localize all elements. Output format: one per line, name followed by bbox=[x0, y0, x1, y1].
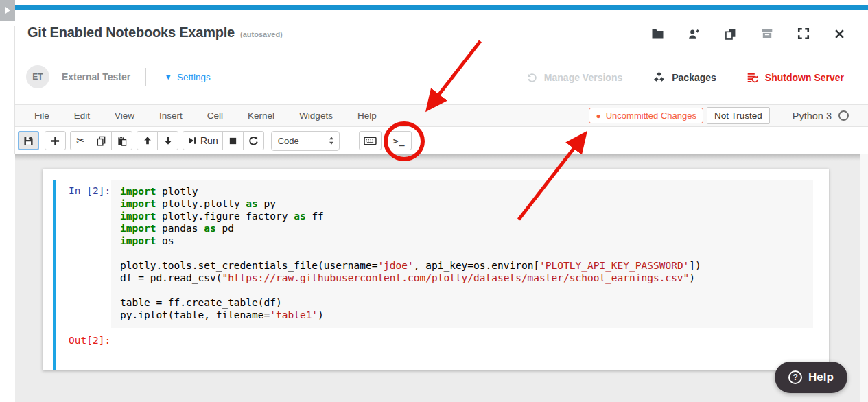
help-question-icon: ? bbox=[788, 370, 802, 384]
paste-button[interactable] bbox=[111, 131, 132, 150]
toolbar: ✂ Run bbox=[15, 128, 868, 154]
menu-help[interactable]: Help bbox=[357, 110, 377, 121]
uncommitted-changes-badge[interactable]: ● Uncommitted Changes bbox=[589, 108, 703, 123]
settings-label: Settings bbox=[177, 72, 211, 82]
cut-icon: ✂ bbox=[76, 134, 85, 147]
chevron-down-icon: ▼ bbox=[164, 73, 172, 81]
add-cell-button[interactable] bbox=[45, 131, 66, 150]
help-button[interactable]: ? Help bbox=[775, 362, 847, 393]
settings-dropdown[interactable]: ▼ Settings bbox=[164, 72, 211, 82]
output-prompt: Out[2]: bbox=[69, 335, 110, 346]
menu-items: File Edit View Insert Cell Kernel Widget… bbox=[34, 110, 377, 121]
menu-kernel[interactable]: Kernel bbox=[248, 110, 274, 121]
cut-button[interactable]: ✂ bbox=[70, 131, 91, 150]
code-line: import plotly bbox=[120, 185, 813, 198]
copy-icon bbox=[96, 136, 106, 146]
close-icon[interactable] bbox=[833, 27, 846, 40]
share-user-icon[interactable] bbox=[688, 27, 701, 40]
avatar: ET bbox=[26, 65, 49, 88]
top-accent-bar bbox=[15, 5, 868, 10]
toolbar-shadow bbox=[15, 154, 868, 161]
fullscreen-icon[interactable] bbox=[797, 27, 810, 40]
arrow-down-icon bbox=[163, 136, 173, 145]
menu-insert[interactable]: Insert bbox=[159, 110, 183, 121]
move-down-button[interactable] bbox=[157, 131, 178, 150]
terminal-button[interactable]: >_ bbox=[387, 131, 412, 150]
restart-kernel-button[interactable] bbox=[243, 131, 264, 150]
input-prompt: In [2]: bbox=[69, 185, 110, 196]
notebook-content: In [2]: import plotlyimport plotly.plotl… bbox=[15, 154, 868, 402]
notebook-title: Git Enabled Notebooks Example bbox=[27, 25, 235, 40]
packages-cubes-icon bbox=[653, 71, 666, 84]
keyboard-shortcuts-button[interactable] bbox=[359, 131, 382, 150]
autosaved-note: (autosaved) bbox=[240, 30, 283, 38]
notebook-window: Git Enabled Notebooks Example (autosaved… bbox=[0, 0, 868, 402]
run-button[interactable]: Run bbox=[183, 131, 223, 150]
help-label: Help bbox=[808, 370, 834, 384]
kernel-status-icon bbox=[838, 110, 849, 121]
plus-icon bbox=[51, 137, 60, 145]
stop-icon bbox=[228, 137, 237, 145]
title-row: Git Enabled Notebooks Example (autosaved… bbox=[27, 25, 283, 40]
code-line: import plotly.plotly as py bbox=[120, 198, 813, 210]
versions-history-icon bbox=[526, 72, 538, 84]
header-actions: Manage Versions Packages Shutdown Server bbox=[526, 71, 844, 84]
code-line bbox=[120, 247, 813, 259]
cell-type-select[interactable]: Code bbox=[271, 131, 340, 151]
window-action-icons bbox=[651, 27, 846, 40]
move-up-button[interactable] bbox=[137, 131, 158, 150]
sidebar-toggle[interactable] bbox=[0, 0, 15, 21]
code-line: py.iplot(table, filename='table1') bbox=[120, 309, 813, 321]
edit-button-group: ✂ bbox=[70, 131, 132, 150]
menu-edit[interactable]: Edit bbox=[74, 110, 90, 121]
shutdown-icon bbox=[747, 72, 759, 84]
kernel-name: Python 3 bbox=[793, 110, 832, 121]
code-line: table = ff.create_table(df) bbox=[120, 296, 813, 309]
stop-button[interactable] bbox=[222, 131, 244, 150]
refresh-icon bbox=[248, 136, 259, 146]
code-line: plotly.tools.set_credentials_file(userna… bbox=[120, 259, 813, 272]
selected-cell-border bbox=[53, 180, 56, 370]
shutdown-server-button[interactable]: Shutdown Server bbox=[747, 72, 844, 84]
archive-icon[interactable] bbox=[760, 27, 773, 40]
menu-view[interactable]: View bbox=[115, 110, 134, 121]
menu-file[interactable]: File bbox=[34, 110, 49, 121]
menu-cell[interactable]: Cell bbox=[207, 110, 223, 121]
paste-icon bbox=[117, 136, 127, 146]
move-button-group bbox=[137, 131, 178, 150]
copy-button[interactable] bbox=[91, 131, 112, 150]
keyboard-icon bbox=[364, 136, 377, 146]
notebook-page: In [2]: import plotlyimport plotly.plotl… bbox=[43, 169, 829, 370]
code-line: import pandas as pd bbox=[120, 222, 813, 235]
not-trusted-button[interactable]: Not Trusted bbox=[707, 107, 770, 124]
user-row: ET External Tester ▼ Settings bbox=[26, 65, 211, 88]
code-line: import os bbox=[120, 235, 813, 247]
manage-versions-button: Manage Versions bbox=[526, 72, 622, 84]
divider bbox=[145, 68, 146, 86]
status-dot-icon: ● bbox=[596, 112, 600, 120]
code-line: import plotly.figure_factory as ff bbox=[120, 210, 813, 222]
save-button[interactable] bbox=[18, 131, 39, 150]
code-area[interactable]: import plotlyimport plotly.plotly as pyi… bbox=[111, 180, 813, 328]
terminal-icon: >_ bbox=[393, 136, 406, 146]
menu-widgets[interactable]: Widgets bbox=[299, 110, 333, 121]
expand-sidebar-icon bbox=[5, 7, 10, 14]
run-icon bbox=[187, 136, 197, 145]
scrollbar-track[interactable] bbox=[860, 154, 868, 402]
arrow-up-icon bbox=[143, 136, 152, 145]
run-label: Run bbox=[200, 135, 218, 146]
code-line: df = pd.read_csv("https://raw.githubuser… bbox=[120, 272, 813, 284]
duplicate-icon[interactable] bbox=[724, 27, 737, 40]
select-spinner-icon bbox=[328, 136, 335, 145]
status-cluster: ● Uncommitted Changes Not Trusted Python… bbox=[589, 107, 849, 124]
save-icon bbox=[23, 136, 34, 146]
code-line bbox=[120, 284, 813, 296]
packages-button[interactable]: Packages bbox=[653, 71, 716, 84]
annotation-arrow bbox=[428, 41, 480, 108]
menu-bar: File Edit View Insert Cell Kernel Widget… bbox=[15, 104, 868, 127]
run-button-group: Run bbox=[183, 131, 264, 150]
divider bbox=[784, 108, 784, 123]
user-name: External Tester bbox=[62, 71, 130, 82]
folder-icon[interactable] bbox=[651, 27, 664, 40]
cell-type-value: Code bbox=[278, 136, 328, 146]
